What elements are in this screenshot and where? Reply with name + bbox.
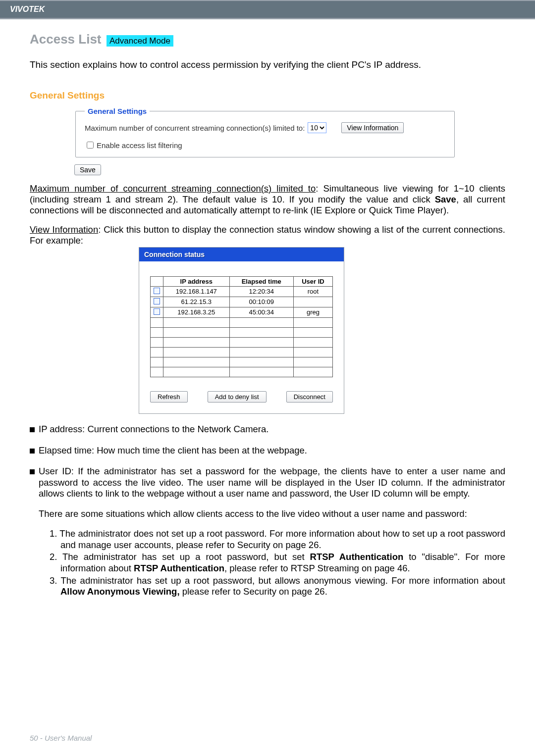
bullet-ip: IP address: Current connections to the N…	[30, 424, 505, 435]
save-button[interactable]: Save	[74, 164, 101, 175]
numlist-1: 1. The administrator does not set up a r…	[50, 528, 505, 551]
table-row-empty	[151, 357, 333, 367]
n2e: , please refer to RTSP Streaming on page…	[224, 563, 410, 573]
n2b: RTSP Authentication	[310, 552, 404, 562]
cell-userid	[293, 297, 332, 307]
cell-elapsed: 45:00:34	[229, 307, 293, 317]
view-information-button[interactable]: View Information	[341, 122, 404, 133]
square-bullet-icon	[30, 449, 35, 454]
general-settings-fieldset: General Settings Maximum number of concu…	[75, 107, 455, 157]
table-row-empty	[151, 367, 333, 377]
col-elapsed: Elapsed time	[229, 276, 293, 286]
page-footer: 50 - User's Manual	[30, 734, 92, 742]
bullet-elapsed-text: Elapsed time: How much time the client h…	[39, 445, 505, 456]
advanced-mode-badge: Advanced Mode	[107, 35, 173, 47]
connection-status-window: Connection status IP address Elapsed tim…	[139, 247, 344, 414]
save-word: Save	[435, 194, 456, 204]
connection-status-title: Connection status	[139, 248, 344, 261]
page-title-line: Access List Advanced Mode	[30, 32, 505, 47]
square-bullet-icon	[30, 427, 35, 432]
enable-access-list-checkbox[interactable]	[87, 142, 94, 149]
disconnect-button[interactable]: Disconnect	[286, 391, 333, 403]
connection-status-table: IP address Elapsed time User ID 192.168.…	[150, 276, 333, 377]
n3a: 3. The administrator has set up a root p…	[50, 575, 505, 586]
general-settings-heading: General Settings	[30, 90, 505, 101]
table-row: 192.168.3.2545:00:34greg	[151, 307, 333, 317]
max-underline: Maximum number of concurrent streaming c…	[30, 183, 316, 194]
col-ip: IP address	[163, 276, 230, 286]
add-to-deny-list-button[interactable]: Add to deny list	[208, 391, 267, 403]
cell-ip: 192.168.1.147	[163, 286, 230, 297]
row-checkbox[interactable]	[154, 288, 160, 294]
bullet-ip-text: IP address: Current connections to the N…	[39, 424, 505, 435]
row-checkbox[interactable]	[154, 298, 160, 304]
page-title: Access List	[30, 32, 102, 47]
view-info-paragraph: View Information: Click this button to d…	[30, 224, 505, 246]
cell-userid: greg	[293, 307, 332, 317]
numlist-3: 3. The administrator has set up a root p…	[50, 575, 505, 598]
table-row-empty	[151, 327, 333, 337]
max-connections-label: Maximum number of concurrent streaming c…	[85, 124, 305, 132]
square-bullet-icon	[30, 469, 35, 474]
table-row: 192.168.1.14712:20:34root	[151, 286, 333, 297]
bullet-userid: User ID: If the administrator has set a …	[30, 466, 505, 599]
general-settings-legend: General Settings	[85, 107, 150, 115]
numlist-2: 2. The administrator has set up a root p…	[50, 552, 505, 574]
intro-text: This section explains how to control acc…	[30, 59, 505, 70]
max-connections-paragraph: Maximum number of concurrent streaming c…	[30, 183, 505, 216]
n3c: please refer to Security on page 26.	[180, 586, 327, 597]
bullet-elapsed: Elapsed time: How much time the client h…	[30, 445, 505, 456]
cell-ip: 192.168.3.25	[163, 307, 230, 317]
refresh-button[interactable]: Refresh	[150, 391, 188, 403]
table-row-empty	[151, 337, 333, 347]
col-userid: User ID	[293, 276, 332, 286]
cell-elapsed: 00:10:09	[229, 297, 293, 307]
table-row-empty	[151, 317, 333, 327]
bullet-userid-text: User ID: If the administrator has set a …	[39, 466, 505, 499]
cell-ip: 61.22.15.3	[163, 297, 230, 307]
n2d: RTSP Authentication	[134, 563, 224, 573]
n2a: 2. The administrator has set up a root p…	[50, 552, 310, 562]
col-checkbox	[151, 276, 163, 286]
situations-lead: There are some situations which allow cl…	[39, 508, 467, 519]
n3b: Allow Anonymous Viewing,	[60, 586, 180, 597]
cell-userid: root	[293, 286, 332, 297]
cell-elapsed: 12:20:34	[229, 286, 293, 297]
row-checkbox[interactable]	[154, 308, 160, 315]
max-connections-select[interactable]: 10	[308, 122, 326, 133]
brand-header: VIVOTEK	[0, 1, 535, 18]
viewinfo-rest: : Click this button to display the conne…	[30, 224, 505, 246]
table-row: 61.22.15.300:10:09	[151, 297, 333, 307]
viewinfo-underline: View Information	[30, 224, 98, 235]
table-row-empty	[151, 347, 333, 357]
enable-access-list-label: Enable access list filtering	[97, 141, 182, 150]
